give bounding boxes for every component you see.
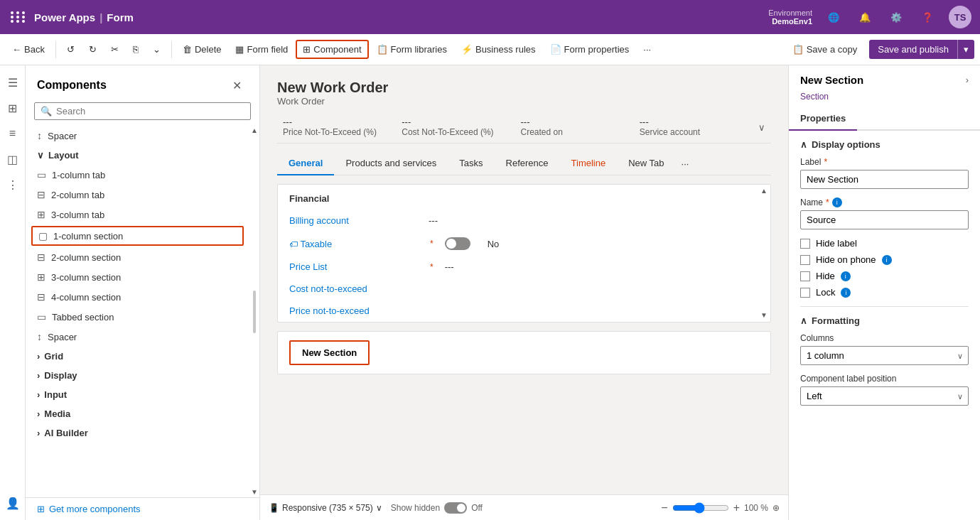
new-section-label: New Section <box>302 347 357 358</box>
columns-select[interactable]: 1 column 2 columns 3 columns 4 columns <box>800 346 969 365</box>
save-publish-button[interactable]: Save and publish ▾ <box>869 40 974 59</box>
4-column-section-item[interactable]: ⊟ 4-column section <box>26 287 249 307</box>
1-column-tab-item[interactable]: ▭ 1-column tab <box>26 165 249 185</box>
tab-products[interactable]: Products and services <box>334 152 448 175</box>
tab-more[interactable]: ··· <box>676 153 695 175</box>
3-column-section-item[interactable]: ⊞ 3-column section <box>26 267 249 287</box>
tabbed-section-item[interactable]: ▭ Tabbed section <box>26 307 249 327</box>
label-position-select[interactable]: Left Top Right <box>800 386 969 406</box>
layers-icon[interactable]: ◫ <box>1 148 24 170</box>
ai-builder-section-header[interactable]: › AI Builder <box>26 423 249 443</box>
grid-section-header[interactable]: › Grid <box>26 347 249 366</box>
label-input[interactable] <box>800 170 969 189</box>
get-more-components[interactable]: ⊞ Get more components <box>26 497 259 520</box>
search-box[interactable]: 🔍 <box>34 102 251 120</box>
layout-spacer-item[interactable]: ↕ Spacer <box>26 327 249 347</box>
section-scroll-up[interactable]: ▲ <box>760 188 770 195</box>
taxable-toggle[interactable] <box>445 237 470 250</box>
chevron-down-icon: ∨ <box>37 150 44 161</box>
tab-properties[interactable]: Properties <box>789 107 857 131</box>
spacer-item[interactable]: ↕ Spacer <box>26 126 249 146</box>
name-input[interactable] <box>800 210 969 229</box>
users-icon[interactable]: 👤 <box>1 492 24 514</box>
tab-tasks[interactable]: Tasks <box>448 152 494 175</box>
copy-button[interactable]: ⎘ <box>126 40 145 58</box>
field-service-account: --- Service account <box>634 112 753 143</box>
form-properties-button[interactable]: 📄 Form properties <box>544 40 636 58</box>
save-copy-button[interactable]: 📋 Save a copy <box>783 39 867 60</box>
hide-checkbox-row: Hide i <box>800 271 969 281</box>
new-section-box[interactable]: New Section <box>289 340 370 365</box>
bell-icon[interactable]: 🔔 <box>855 7 875 27</box>
scroll-up-arrow[interactable]: ▲ <box>251 127 258 134</box>
chevron-right-display-icon: › <box>37 370 40 381</box>
formatting-header[interactable]: ∧ Formatting <box>800 315 969 326</box>
search-input[interactable] <box>56 106 244 117</box>
zoom-plus-button[interactable]: + <box>733 502 740 514</box>
hide-on-phone-checkbox[interactable] <box>800 255 810 265</box>
zoom-value: 100 % <box>744 503 768 513</box>
hamburger-icon[interactable]: ☰ <box>1 71 24 94</box>
tab-new-tab[interactable]: New Tab <box>617 152 675 175</box>
tree-icon[interactable]: ⋮ <box>1 173 24 196</box>
zoom-minus-button[interactable]: − <box>661 502 667 514</box>
hide-on-phone-info-icon[interactable]: i <box>882 255 892 265</box>
2-column-tab-item[interactable]: ⊟ 2-column tab <box>26 185 249 205</box>
zoom-controls: − + 100 % ⊕ <box>661 502 780 514</box>
help-icon[interactable]: ❓ <box>917 7 937 27</box>
fields-icon[interactable]: ≡ <box>1 122 24 145</box>
save-publish-main[interactable]: Save and publish <box>869 40 957 59</box>
responsive-icon: 📱 <box>269 503 279 513</box>
business-rules-button[interactable]: ⚡ Business rules <box>455 40 542 58</box>
zoom-slider[interactable] <box>672 502 729 514</box>
responsive-button[interactable]: 📱 Responsive (735 × 575) ∨ <box>269 503 382 513</box>
name-info-icon[interactable]: i <box>832 197 842 207</box>
save-publish-dropdown[interactable]: ▾ <box>957 40 974 59</box>
hide-checkbox[interactable] <box>800 271 810 281</box>
settings-icon[interactable]: ⚙️ <box>886 7 906 27</box>
globe-icon[interactable]: 🌐 <box>824 7 844 27</box>
zoom-target-icon[interactable]: ⊕ <box>772 503 780 513</box>
component-button[interactable]: ⊞ Component <box>296 40 368 59</box>
label-position-select-wrap: Left Top Right <box>800 386 969 406</box>
show-hidden-toggle[interactable] <box>444 502 467 514</box>
hide-label-checkbox[interactable] <box>800 239 810 249</box>
redo-button[interactable]: ↻ <box>82 40 103 58</box>
chevron-right-icon: › <box>966 75 969 85</box>
layout-icon[interactable]: ⊞ <box>1 97 24 119</box>
delete-button[interactable]: 🗑 Delete <box>176 40 228 58</box>
fields-row-chevron[interactable]: ∨ <box>753 112 771 143</box>
media-section-header[interactable]: › Media <box>26 404 249 423</box>
undo-button[interactable]: ↺ <box>60 40 81 58</box>
section-scroll-down[interactable]: ▼ <box>760 312 770 319</box>
apps-grid-icon[interactable] <box>9 7 28 27</box>
tab-timeline[interactable]: Timeline <box>560 152 618 175</box>
app-logo: Power Apps | Form <box>34 11 134 23</box>
1col-section-icon: ▢ <box>38 230 48 242</box>
scroll-down-arrow[interactable]: ▼ <box>251 489 258 496</box>
more-options-button[interactable]: ··· <box>637 40 657 58</box>
chevron-right-media-icon: › <box>37 408 40 419</box>
user-avatar[interactable]: TS <box>949 6 971 28</box>
layout-section-header[interactable]: ∨ Layout <box>26 146 249 165</box>
cut-button[interactable]: ✂ <box>104 40 125 58</box>
lock-info-icon[interactable]: i <box>841 288 851 298</box>
tab-general[interactable]: General <box>277 152 334 175</box>
2-column-section-item[interactable]: ⊟ 2-column section <box>26 247 249 267</box>
hide-info-icon[interactable]: i <box>841 271 851 281</box>
form-libraries-button[interactable]: 📋 Form libraries <box>370 40 453 58</box>
sep2 <box>171 41 172 58</box>
tab-reference[interactable]: Reference <box>495 152 560 175</box>
form-field-button[interactable]: ▦ Form field <box>229 40 294 58</box>
field-cost-not-exceed: --- Cost Not-To-Exceed (%) <box>396 112 515 143</box>
input-section-header[interactable]: › Input <box>26 385 249 404</box>
display-options-header[interactable]: ∧ Display options <box>800 139 969 150</box>
more-down-button[interactable]: ⌄ <box>146 40 167 58</box>
left-panel: Components ✕ 🔍 ↕ Spacer ∨ Layout ▭ <box>26 65 260 520</box>
3-column-tab-item[interactable]: ⊞ 3-column tab <box>26 205 249 224</box>
1-column-section-item[interactable]: ▢ 1-column section <box>31 226 244 246</box>
close-panel-icon[interactable]: ✕ <box>225 74 248 97</box>
lock-checkbox[interactable] <box>800 288 810 298</box>
back-button[interactable]: ← Back <box>6 40 51 58</box>
display-section-header[interactable]: › Display <box>26 366 249 385</box>
